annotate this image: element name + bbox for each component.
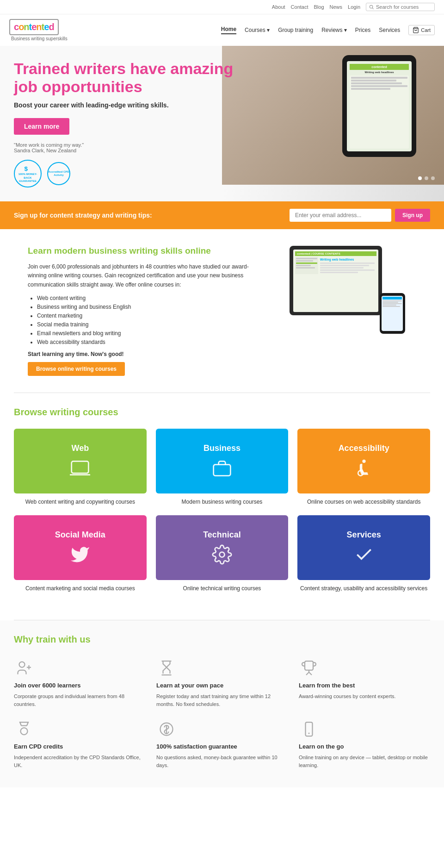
browse-courses-button[interactable]: Browse online writing courses (28, 362, 125, 376)
course-card-accessibility: Accessibility Online courses on web acce… (297, 429, 430, 506)
hourglass-icon (156, 658, 177, 678)
course-desc-social: Content marketing and social media cours… (25, 585, 135, 593)
why-item-go: Learn on the go Online training on any d… (299, 719, 430, 769)
course-label-services: Services (347, 530, 381, 540)
slide-dot-3[interactable] (431, 176, 435, 180)
course-tile-web[interactable]: Web (14, 429, 147, 493)
why-item-cpd: Earn CPD credits Independent accreditati… (14, 719, 145, 769)
news-link[interactable]: News (330, 4, 343, 10)
quote-author: Sandra Clark, New Zealand (14, 148, 233, 153)
logo-area: contented Business writing superskills (9, 19, 68, 41)
course-label-technical: Technical (203, 530, 241, 540)
svg-line-1 (372, 7, 374, 9)
why-desc-learners: Corporate groups and individual learners… (14, 693, 145, 708)
signup-form: Sign up (290, 209, 430, 222)
gear-icon (212, 544, 232, 565)
nav-courses[interactable]: Courses ▾ (245, 27, 270, 33)
bullet-content: Content marketing (37, 312, 259, 319)
nav-reviews[interactable]: Reviews ▾ (321, 27, 347, 33)
learn-more-button[interactable]: Learn more (14, 118, 69, 135)
hero-content: Trained writers have amazing job opportu… (14, 60, 233, 187)
quote-text: "More work is coming my way." (14, 142, 233, 148)
logo[interactable]: contented (9, 19, 59, 35)
cart-button[interactable]: Cart (408, 25, 435, 35)
slide-dot-1[interactable] (418, 176, 422, 180)
hero-quote: "More work is coming my way." Sandra Cla… (14, 142, 233, 153)
course-label-web: Web (71, 443, 89, 453)
about-link[interactable]: About (272, 4, 285, 10)
hero-badges: $ 100% MONEY-BACK GUARANTEE Accredited C… (14, 160, 233, 187)
course-desc-business: Modern business writing courses (182, 498, 263, 506)
course-tile-services[interactable]: Services (297, 515, 430, 580)
mobile-icon (299, 719, 319, 739)
learn-image: contented | COURSE CONTENTS Writing web … (273, 246, 416, 329)
signup-bar: Sign up for content strategy and writing… (0, 201, 444, 229)
login-link[interactable]: Login (348, 4, 360, 10)
course-tile-business[interactable]: Business (156, 429, 289, 493)
header: contented Business writing superskills H… (0, 14, 444, 46)
nav-prices[interactable]: Prices (355, 27, 370, 33)
bullet-web: Web content writing (37, 295, 259, 301)
briefcase-icon (212, 458, 232, 478)
browse-heading: Browse writing courses (14, 407, 430, 418)
course-card-web: Web Web content writing and copywriting … (14, 429, 147, 506)
device-content: Writing web headlines (320, 258, 375, 261)
top-bar: About Contact Blog News Login (0, 0, 444, 14)
why-item-learners: Join over 6000 learners Corporate groups… (14, 658, 145, 708)
why-desc-pace: Register today and start training any ti… (156, 693, 288, 708)
nav-home[interactable]: Home (221, 26, 236, 34)
learn-heading: Learn modern business writing skills onl… (28, 246, 259, 256)
dollar-icon (156, 719, 177, 739)
why-title-learners: Join over 6000 learners (14, 682, 81, 689)
nav-group-training[interactable]: Group training (278, 27, 313, 33)
course-card-social: Social Media Content marketing and socia… (14, 515, 147, 593)
learn-bullets: Web content writing Business writing and… (37, 295, 259, 345)
course-tile-social[interactable]: Social Media (14, 515, 147, 580)
bullet-accessibility: Web accessibility standards (37, 339, 259, 345)
svg-point-0 (370, 5, 372, 8)
search-box (366, 3, 435, 11)
course-label-social: Social Media (55, 530, 105, 540)
why-desc-guarantee: No questions asked, money-back guarantee… (156, 754, 288, 769)
why-item-guarantee: 100% satisfaction guarantee No questions… (156, 719, 288, 769)
svg-point-8 (219, 552, 224, 557)
why-item-pace: Learn at your own pace Register today an… (156, 658, 288, 708)
slide-dot-2[interactable] (425, 176, 428, 180)
signup-button[interactable]: Sign up (395, 209, 430, 222)
hero-section: Trained writers have amazing job opportu… (0, 46, 444, 201)
why-title-go: Learn on the go (299, 743, 344, 750)
svg-rect-10 (305, 661, 313, 670)
learn-cta-text: Start learning any time. Now's good! (28, 351, 259, 357)
why-title-pace: Learn at your own pace (156, 682, 223, 689)
person-add-icon (14, 658, 34, 678)
hero-subtitle: Boost your career with leading-edge writ… (14, 101, 233, 109)
learn-body: Join over 6,000 professionals and jobhun… (28, 262, 259, 289)
learn-section: Learn modern business writing skills onl… (0, 229, 444, 393)
course-tile-accessibility[interactable]: Accessibility (297, 429, 430, 493)
twitter-icon (70, 544, 90, 565)
cart-label: Cart (421, 27, 431, 33)
learn-text: Learn modern business writing skills onl… (28, 246, 259, 376)
bullet-business: Business writing and business English (37, 304, 259, 310)
svg-point-6 (362, 460, 365, 463)
svg-point-11 (21, 728, 28, 735)
money-back-badge: $ 100% MONEY-BACK GUARANTEE (14, 160, 42, 187)
courses-grid: Web Web content writing and copywriting … (14, 429, 430, 593)
why-heading: Why train with us (14, 634, 430, 645)
hero-heading: Trained writers have amazing job opportu… (14, 60, 233, 96)
medal-icon (14, 719, 34, 739)
course-label-accessibility: Accessibility (339, 443, 389, 453)
svg-text:$: $ (25, 165, 28, 172)
course-desc-services: Content strategy, usability and accessib… (300, 585, 427, 593)
email-input[interactable] (290, 209, 391, 222)
why-grid: Join over 6000 learners Corporate groups… (14, 658, 430, 769)
signup-text: Sign up for content strategy and writing… (14, 212, 152, 219)
contact-link[interactable]: Contact (291, 4, 308, 10)
cpd-badge: Accredited CPD Activity (47, 162, 70, 185)
why-desc-go: Online training on any device — tablet, … (299, 754, 430, 769)
trophy-icon (299, 658, 319, 678)
nav-services[interactable]: Services (379, 27, 400, 33)
search-input[interactable] (376, 4, 432, 10)
blog-link[interactable]: Blog (314, 4, 324, 10)
course-tile-technical[interactable]: Technical (156, 515, 289, 580)
